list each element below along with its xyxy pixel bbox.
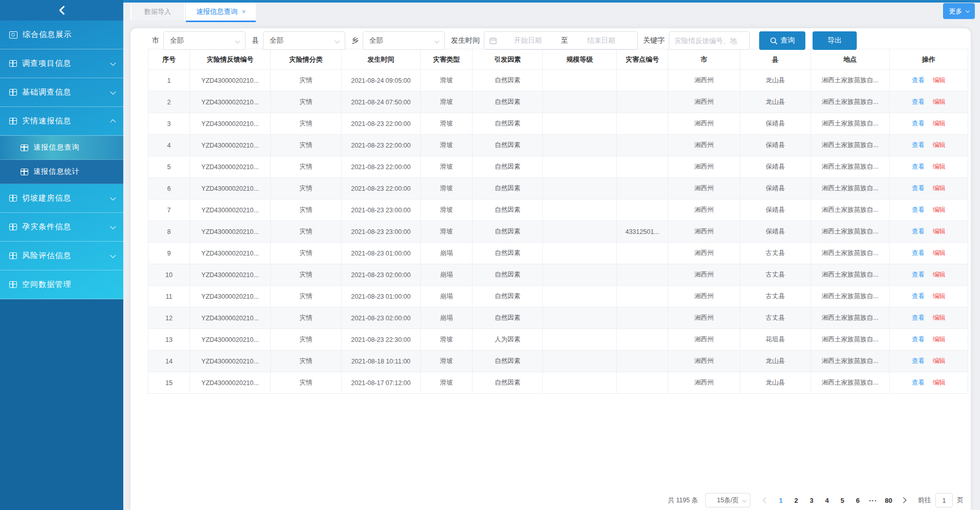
pager-page-2[interactable]: 2 [788, 497, 804, 504]
cell-code: YZD43000020210... [190, 221, 271, 243]
tab-data-import[interactable]: 数据导入 [130, 3, 185, 21]
view-link[interactable]: 查看 [912, 163, 925, 170]
table-icon [9, 281, 17, 288]
view-link[interactable]: 查看 [912, 357, 925, 365]
cell-point: 43312501... [617, 221, 668, 243]
sidebar-item-slope-housing-info[interactable]: 切坡建房信息 [0, 184, 123, 213]
sidebar-item-comprehensive-info[interactable]: 综合信息展示 [0, 21, 123, 49]
edit-link[interactable]: 编辑 [933, 228, 946, 235]
edit-link[interactable]: 编辑 [933, 249, 946, 257]
chevron-down-icon [742, 498, 746, 502]
keyword-input[interactable] [669, 31, 750, 50]
pager-page-6[interactable]: 6 [850, 497, 865, 504]
edit-link[interactable]: 编辑 [933, 163, 946, 170]
edit-link[interactable]: 编辑 [933, 357, 946, 365]
sidebar-item-survey-project-info[interactable]: 调查项目信息 [0, 49, 123, 78]
records-table: 序号 灾险情反馈编号 灾险情分类 发生时间 灾害类型 引发因素 规模等级 灾害点… [148, 49, 968, 394]
edit-link[interactable]: 编辑 [933, 98, 946, 105]
next-page-button[interactable] [900, 497, 906, 503]
edit-link[interactable]: 编辑 [933, 120, 946, 127]
sidebar-item-hazard-condition-info[interactable]: 孕灾条件信息 [0, 213, 123, 242]
date-range-picker[interactable]: 开始日期 至 结束日期 [484, 31, 638, 50]
table-row: 11YZD43000020210...灾情2021-08-23 01:00:00… [148, 286, 968, 307]
cell-scale [543, 70, 617, 92]
view-link[interactable]: 查看 [912, 228, 925, 235]
pager-page-80[interactable]: 80 [881, 497, 896, 504]
view-link[interactable]: 查看 [912, 120, 925, 127]
view-link[interactable]: 查看 [912, 98, 925, 105]
view-link[interactable]: 查看 [912, 77, 925, 84]
cell-city: 湘西州 [668, 286, 740, 307]
edit-link[interactable]: 编辑 [933, 206, 946, 213]
edit-link[interactable]: 编辑 [933, 379, 946, 386]
dashboard-icon [9, 31, 17, 39]
view-link[interactable]: 查看 [912, 249, 925, 257]
pager-page-1[interactable]: 1 [773, 497, 788, 504]
cell-time: 2021-08-18 10:11:00 [342, 351, 421, 372]
cell-seq: 6 [148, 178, 190, 199]
cell-county: 古丈县 [740, 264, 811, 286]
edit-link[interactable]: 编辑 [933, 293, 946, 300]
start-date-placeholder[interactable]: 开始日期 [497, 36, 559, 45]
cell-scale [543, 264, 617, 286]
cell-city: 湘西州 [668, 113, 740, 135]
search-button[interactable]: 查询 [759, 31, 805, 50]
cell-location: 湘西土家族苗族自... [811, 307, 890, 329]
cell-actions: 查看编辑 [890, 372, 968, 394]
view-link[interactable]: 查看 [912, 293, 925, 300]
edit-link[interactable]: 编辑 [933, 185, 946, 192]
cell-point [617, 135, 668, 156]
prev-page-button[interactable] [763, 497, 768, 503]
view-link[interactable]: 查看 [912, 185, 925, 192]
cell-code: YZD43000020210... [190, 199, 271, 221]
cell-code: YZD43000020210... [190, 178, 271, 199]
more-button[interactable]: 更多 [943, 3, 975, 19]
city-select[interactable]: 全部 [163, 31, 246, 50]
town-select[interactable]: 全部 [363, 31, 445, 50]
county-select-value: 全部 [270, 36, 284, 45]
view-link[interactable]: 查看 [912, 141, 925, 149]
pager-ellipsis[interactable]: ··· [865, 497, 881, 504]
sidebar-item-report-info-stats[interactable]: 速报信息统计 [0, 160, 123, 184]
view-link[interactable]: 查看 [912, 379, 925, 386]
view-link[interactable]: 查看 [912, 314, 925, 321]
sidebar-item-label: 空间数据管理 [22, 280, 71, 289]
sidebar-item-basic-survey-info[interactable]: 基础调查信息 [0, 78, 123, 107]
sidebar-item-disaster-report-info[interactable]: 灾情速报信息 [0, 107, 123, 136]
county-select[interactable]: 全部 [263, 31, 345, 50]
sidebar-item-spatial-data-management[interactable]: 空间数据管理 [0, 270, 123, 299]
cell-category: 灾情 [271, 178, 342, 199]
sidebar-collapse-button[interactable] [0, 0, 123, 21]
pager-page-4[interactable]: 4 [819, 497, 835, 504]
view-link[interactable]: 查看 [912, 206, 925, 213]
end-date-placeholder[interactable]: 结束日期 [570, 36, 632, 45]
cell-county: 保靖县 [740, 113, 811, 135]
edit-link[interactable]: 编辑 [933, 141, 946, 149]
goto-page-input[interactable] [935, 493, 953, 507]
edit-link[interactable]: 编辑 [933, 77, 946, 84]
export-button[interactable]: 导出 [813, 31, 857, 50]
chevron-left-icon [59, 6, 65, 15]
tab-report-info-query[interactable]: 速报信息查询 × [186, 3, 256, 21]
edit-link[interactable]: 编辑 [933, 271, 946, 278]
cell-type: 滑坡 [421, 221, 473, 243]
cell-actions: 查看编辑 [890, 351, 968, 372]
view-link[interactable]: 查看 [912, 271, 925, 278]
edit-link[interactable]: 编辑 [933, 336, 946, 343]
cell-city: 湘西州 [668, 135, 740, 156]
cell-time: 2021-08-23 22:00:00 [342, 178, 421, 199]
cell-code: YZD43000020210... [190, 351, 271, 372]
pager-pages: 123456···80 [773, 497, 896, 504]
view-link[interactable]: 查看 [912, 336, 925, 343]
cell-scale [543, 286, 617, 307]
page-size-select[interactable]: 15条/页 [705, 493, 750, 507]
sidebar-item-risk-assessment-info[interactable]: 风险评估信息 [0, 242, 123, 270]
pager-page-5[interactable]: 5 [835, 497, 850, 504]
occur-time-label: 发生时间 [451, 36, 480, 45]
cell-type: 崩塌 [421, 264, 473, 286]
cell-scale [543, 178, 617, 199]
sidebar-item-report-info-query[interactable]: 速报信息查询 [0, 136, 123, 160]
pager-page-3[interactable]: 3 [804, 497, 819, 504]
close-icon[interactable]: × [242, 8, 246, 15]
edit-link[interactable]: 编辑 [933, 314, 946, 321]
